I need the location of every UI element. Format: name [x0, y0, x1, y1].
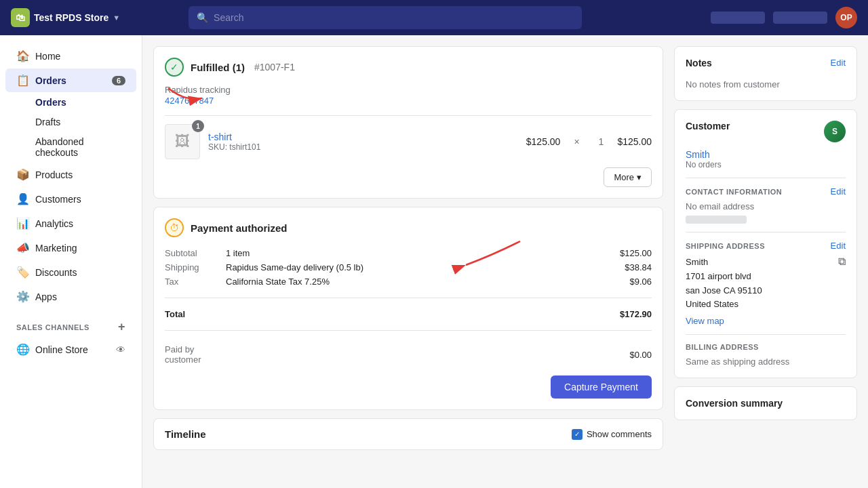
sidebar-label-home: Home — [35, 51, 60, 62]
contact-info-header: CONTACT INFORMATION Edit — [686, 186, 846, 201]
payment-card: ⏱ Payment authorized Subtotal 1 item $12… — [153, 207, 663, 410]
topnav-placeholder-2 — [773, 12, 827, 24]
sidebar-sub-orders[interactable]: Orders — [5, 93, 136, 112]
show-comments-label: Show comments — [587, 429, 652, 439]
total-label: Total — [165, 309, 226, 319]
timeline-title: Timeline — [165, 428, 206, 440]
discounts-icon: 🏷️ — [16, 266, 28, 279]
shipping-label: Shipping — [165, 262, 226, 272]
payment-details: Subtotal 1 item $125.00 Shipping Rapidus… — [165, 248, 652, 365]
payment-authorized-icon: ⏱ — [165, 218, 184, 237]
billing-same-text: Same as shipping address — [686, 357, 846, 367]
shipping-address-content: Smith 1701 airport blvd san Jose CA 9511… — [686, 256, 846, 312]
view-map-link[interactable]: View map — [686, 316, 846, 326]
user-avatar[interactable]: OP — [835, 7, 857, 28]
store-brand[interactable]: 🛍 Test RPDS Store ▼ — [11, 8, 120, 27]
tracking-arrow-annotation — [158, 78, 219, 112]
sidebar-item-online-store[interactable]: 🌐 Online Store 👁 — [5, 338, 136, 361]
top-navigation: 🛍 Test RPDS Store ▼ 🔍 OP — [0, 0, 868, 35]
paid-amount: $0.00 — [629, 350, 652, 360]
sidebar-item-analytics[interactable]: 📊 Analytics — [5, 211, 136, 235]
notes-empty-text: No notes from customer — [686, 79, 846, 89]
shopify-logo: 🛍 — [11, 8, 30, 27]
shipping-section-title: SHIPPING ADDRESS — [686, 242, 765, 250]
fulfilled-icon: ✓ — [165, 58, 184, 77]
payment-title: Payment authorized — [191, 222, 288, 234]
paid-by-customer-row: Paid by customer $0.00 — [165, 344, 652, 365]
subtotal-detail: 1 item — [226, 248, 620, 258]
sidebar-label-analytics: Analytics — [35, 218, 73, 229]
shipping-edit-link[interactable]: Edit — [831, 241, 846, 251]
product-total: $125.00 — [617, 136, 652, 147]
customer-title: Customer — [686, 121, 730, 131]
billing-section-title: BILLING ADDRESS — [686, 343, 846, 351]
sales-channels-section: SALES CHANNELS + — [0, 309, 142, 337]
capture-btn-row: Capture Payment — [165, 375, 652, 399]
sidebar-label-discounts: Discounts — [35, 267, 77, 278]
topnav-placeholder-1 — [711, 12, 765, 24]
tracking-number-link[interactable]: 4247667847 — [165, 96, 214, 106]
tracking-info: Rapidus tracking 4247667847 — [165, 85, 652, 106]
customer-avatar: S — [824, 121, 846, 142]
chevron-down-icon: ▾ — [637, 172, 642, 182]
center-column: ✓ Fulfilled (1) #1007-F1 Rapidus trackin… — [153, 46, 663, 450]
product-price: $125.00 — [526, 136, 561, 147]
add-sales-channel-button[interactable]: + — [118, 320, 125, 334]
show-comments-checkbox[interactable]: ✓ — [572, 429, 583, 440]
sidebar-item-discounts[interactable]: 🏷️ Discounts — [5, 260, 136, 284]
tax-amount: $9.06 — [629, 277, 652, 287]
fulfilled-header: ✓ Fulfilled (1) #1007-F1 — [165, 58, 652, 77]
customer-name-link[interactable]: Smith — [686, 149, 846, 160]
online-store-eye-icon[interactable]: 👁 — [116, 344, 125, 355]
sidebar-label-customers: Customers — [35, 194, 81, 205]
show-comments-toggle[interactable]: ✓ Show comments — [572, 429, 652, 440]
notes-title: Notes — [686, 58, 712, 68]
payment-total-row: Total $172.90 — [165, 309, 652, 319]
contact-email: No email address — [686, 201, 846, 211]
notes-edit-link[interactable]: Edit — [831, 58, 846, 68]
contact-edit-link[interactable]: Edit — [831, 186, 846, 197]
conversion-summary-card: Conversion summary — [674, 386, 857, 420]
sidebar-sub-drafts[interactable]: Drafts — [5, 113, 136, 131]
copy-address-icon[interactable]: ⧉ — [838, 256, 846, 268]
payment-shipping-row: Shipping Rapidus Same-day delivery (0.5 … — [165, 262, 652, 272]
sidebar-item-orders[interactable]: 📋 Orders 6 — [5, 68, 136, 92]
product-image-wrap: 🖼 1 — [165, 124, 200, 159]
shipping-address-header: SHIPPING ADDRESS Edit — [686, 241, 846, 256]
product-name[interactable]: t-shirt — [208, 131, 518, 142]
payment-tax-row: Tax California State Tax 7.25% $9.06 — [165, 277, 652, 287]
sidebar-item-products[interactable]: 📦 Products — [5, 163, 136, 186]
chevron-down-icon: ▼ — [113, 14, 120, 22]
product-row: 🖼 1 t-shirt SKU: tshirt101 $125.00 × 1 $… — [165, 115, 652, 159]
sidebar-label-products: Products — [35, 169, 73, 180]
notes-card: Notes Edit No notes from customer — [674, 46, 857, 101]
product-info: t-shirt SKU: tshirt101 — [208, 131, 518, 152]
payment-header: ⏱ Payment authorized — [165, 218, 652, 237]
sidebar-sub-abandoned[interactable]: Abandoned checkouts — [5, 132, 136, 162]
paid-label: Paid by customer — [165, 344, 226, 365]
product-qty-badge: 1 — [192, 120, 204, 132]
sidebar-item-marketing[interactable]: 📣 Marketing — [5, 236, 136, 260]
analytics-icon: 📊 — [16, 217, 28, 230]
more-button[interactable]: More ▾ — [604, 167, 652, 187]
product-qty: × — [574, 136, 579, 147]
tax-label: Tax — [165, 277, 226, 287]
total-amount: $172.90 — [620, 309, 652, 319]
sidebar-item-home[interactable]: 🏠 Home — [5, 44, 136, 68]
sidebar-item-apps[interactable]: ⚙️ Apps — [5, 285, 136, 308]
sidebar-item-customers[interactable]: 👤 Customers — [5, 187, 136, 211]
notes-header: Notes Edit — [686, 58, 846, 74]
orders-badge: 6 — [112, 76, 125, 85]
search-bar[interactable]: 🔍 — [189, 6, 582, 29]
fulfilled-order-id: #1007-F1 — [254, 62, 295, 73]
right-column: Notes Edit No notes from customer Custom… — [674, 46, 857, 420]
product-qty-value: 1 — [599, 136, 604, 147]
sidebar: 🏠 Home 📋 Orders 6 Orders Drafts Abandone… — [0, 35, 142, 488]
search-input[interactable] — [214, 12, 574, 23]
product-sku: SKU: tshirt101 — [208, 142, 518, 152]
search-icon: 🔍 — [197, 12, 208, 23]
tax-detail: California State Tax 7.25% — [226, 277, 629, 287]
capture-payment-button[interactable]: Capture Payment — [551, 375, 652, 399]
contact-section-title: CONTACT INFORMATION — [686, 188, 782, 196]
shipping-amount: $38.84 — [625, 262, 652, 272]
